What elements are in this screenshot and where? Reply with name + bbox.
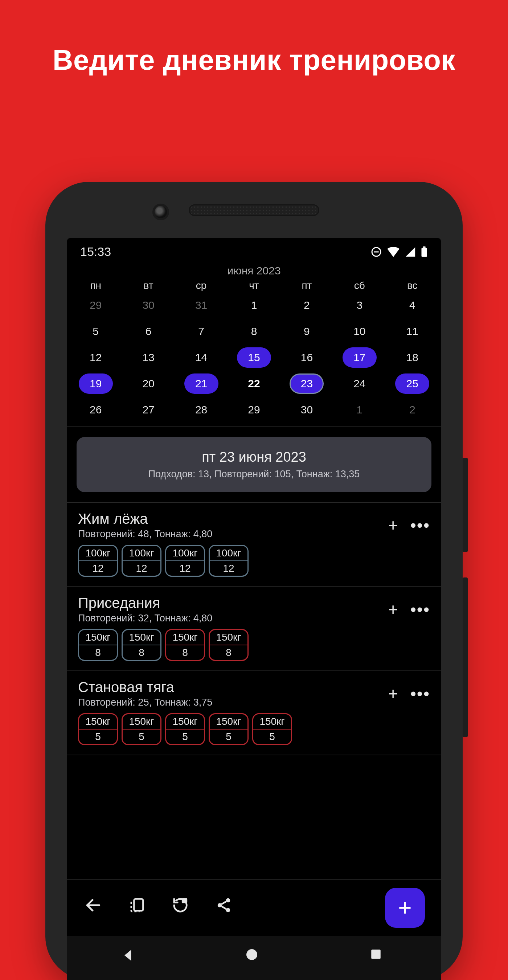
- calendar-day[interactable]: 12: [69, 347, 122, 368]
- system-nav-bar: [67, 936, 441, 980]
- calendar-day[interactable]: 21: [175, 374, 227, 394]
- calendar-day[interactable]: 13: [122, 347, 175, 368]
- set-chip[interactable]: 150кг5: [252, 713, 292, 745]
- exercise-block: Жим лёжаПовторений: 48, Тоннаж: 4,80+•••…: [67, 503, 441, 587]
- svg-point-11: [246, 949, 257, 960]
- nav-back-icon[interactable]: [121, 948, 138, 966]
- calendar-day[interactable]: 17: [333, 347, 386, 368]
- set-weight: 150кг: [166, 714, 204, 730]
- calendar-month-title[interactable]: июня 2023: [67, 262, 441, 278]
- calendar-day[interactable]: 2: [386, 399, 439, 420]
- calendar-day[interactable]: 29: [227, 399, 280, 420]
- calendar-day[interactable]: 6: [122, 321, 175, 342]
- add-fab-button[interactable]: +: [385, 888, 425, 928]
- set-weight: 150кг: [123, 630, 160, 645]
- calendar-day[interactable]: 28: [175, 399, 227, 420]
- summary-stats: Подходов: 13, Повторений: 105, Тоннаж: 1…: [85, 469, 423, 480]
- exercise-block: ПриседанияПовторений: 32, Тоннаж: 4,80+•…: [67, 587, 441, 671]
- more-icon[interactable]: •••: [410, 601, 430, 618]
- weekday-label: вс: [386, 280, 439, 291]
- phone-speaker: [189, 204, 319, 216]
- set-chip[interactable]: 150кг8: [78, 629, 118, 661]
- calendar-day[interactable]: 15: [227, 347, 280, 368]
- calendar-day[interactable]: 24: [333, 374, 386, 394]
- calendar-day[interactable]: 27: [122, 399, 175, 420]
- bottom-toolbar: +: [67, 879, 441, 936]
- exercise-stats: Повторений: 32, Тоннаж: 4,80: [78, 612, 212, 624]
- calendar-day[interactable]: 22: [227, 374, 280, 394]
- calendar-day[interactable]: 1: [333, 399, 386, 420]
- status-bar: 15:33: [67, 238, 441, 262]
- add-set-icon[interactable]: +: [388, 517, 398, 533]
- share-icon[interactable]: [214, 895, 234, 915]
- set-chip[interactable]: 150кг5: [78, 713, 118, 745]
- set-chip[interactable]: 150кг8: [165, 629, 205, 661]
- calendar-day[interactable]: 19: [69, 374, 122, 394]
- calendar-day[interactable]: 2: [281, 295, 333, 315]
- set-reps: 12: [79, 561, 117, 576]
- nav-recent-icon[interactable]: [370, 948, 387, 966]
- set-chip[interactable]: 150кг8: [209, 629, 249, 661]
- calendar-day[interactable]: 7: [175, 321, 227, 342]
- calendar-day[interactable]: 4: [386, 295, 439, 315]
- set-weight: 150кг: [210, 714, 248, 730]
- calendar-day[interactable]: 11: [386, 321, 439, 342]
- calendar-day[interactable]: 30: [122, 295, 175, 315]
- set-weight: 100кг: [123, 546, 160, 561]
- set-chip[interactable]: 100кг12: [122, 545, 162, 577]
- add-set-icon[interactable]: +: [388, 601, 398, 618]
- workout-summary-card[interactable]: пт 23 июня 2023 Подходов: 13, Повторений…: [76, 437, 432, 492]
- set-chip[interactable]: 100кг12: [209, 545, 249, 577]
- calendar-day[interactable]: 14: [175, 347, 227, 368]
- more-icon[interactable]: •••: [410, 685, 430, 702]
- copy-icon[interactable]: [127, 895, 147, 915]
- add-set-icon[interactable]: +: [388, 685, 398, 702]
- phone-frame: 15:33 июня 2023 пнвтсрчтптсбвс 293031123…: [45, 182, 463, 980]
- exercise-stats: Повторений: 48, Тоннаж: 4,80: [78, 528, 212, 540]
- set-list: 100кг12100кг12100кг12100кг12: [78, 545, 430, 577]
- svg-rect-6: [134, 899, 143, 911]
- set-chip[interactable]: 150кг5: [209, 713, 249, 745]
- wifi-icon: [387, 247, 400, 257]
- set-chip[interactable]: 100кг12: [78, 545, 118, 577]
- calendar-day[interactable]: 1: [227, 295, 280, 315]
- phone-side-button: [463, 578, 468, 737]
- signal-icon: [405, 247, 416, 257]
- calendar-day[interactable]: 10: [333, 321, 386, 342]
- calendar-day[interactable]: 23: [281, 374, 333, 394]
- calendar-grid: 2930311234567891011121314151617181920212…: [67, 292, 441, 427]
- set-chip[interactable]: 100кг12: [165, 545, 205, 577]
- calendar-day[interactable]: 26: [69, 399, 122, 420]
- set-chip[interactable]: 150кг5: [122, 713, 162, 745]
- calendar-day[interactable]: 3: [333, 295, 386, 315]
- set-chip[interactable]: 150кг8: [122, 629, 162, 661]
- calendar-day[interactable]: 30: [281, 399, 333, 420]
- weekday-label: пт: [281, 280, 333, 291]
- calendar-day[interactable]: 9: [281, 321, 333, 342]
- calendar-day[interactable]: 29: [69, 295, 122, 315]
- set-reps: 8: [123, 645, 160, 660]
- exercise-stats: Повторений: 25, Тоннаж: 3,75: [78, 697, 212, 708]
- set-list: 150кг8150кг8150кг8150кг8: [78, 629, 430, 661]
- status-time: 15:33: [80, 245, 111, 259]
- weekday-label: пн: [69, 280, 122, 291]
- calendar-day[interactable]: 5: [69, 321, 122, 342]
- set-reps: 5: [123, 730, 160, 744]
- calendar-day[interactable]: 20: [122, 374, 175, 394]
- exercise-name[interactable]: Становая тяга: [78, 679, 212, 695]
- repeat-icon[interactable]: [170, 895, 190, 915]
- calendar-day[interactable]: 16: [281, 347, 333, 368]
- nav-home-icon[interactable]: [245, 948, 263, 966]
- set-reps: 5: [166, 730, 204, 744]
- set-reps: 8: [166, 645, 204, 660]
- calendar-day[interactable]: 8: [227, 321, 280, 342]
- set-reps: 12: [166, 561, 204, 576]
- exercise-name[interactable]: Жим лёжа: [78, 511, 212, 527]
- set-chip[interactable]: 150кг5: [165, 713, 205, 745]
- calendar-day[interactable]: 31: [175, 295, 227, 315]
- calendar-day[interactable]: 25: [386, 374, 439, 394]
- back-icon[interactable]: [83, 895, 103, 915]
- more-icon[interactable]: •••: [410, 517, 430, 533]
- calendar-day[interactable]: 18: [386, 347, 439, 368]
- exercise-name[interactable]: Приседания: [78, 595, 212, 611]
